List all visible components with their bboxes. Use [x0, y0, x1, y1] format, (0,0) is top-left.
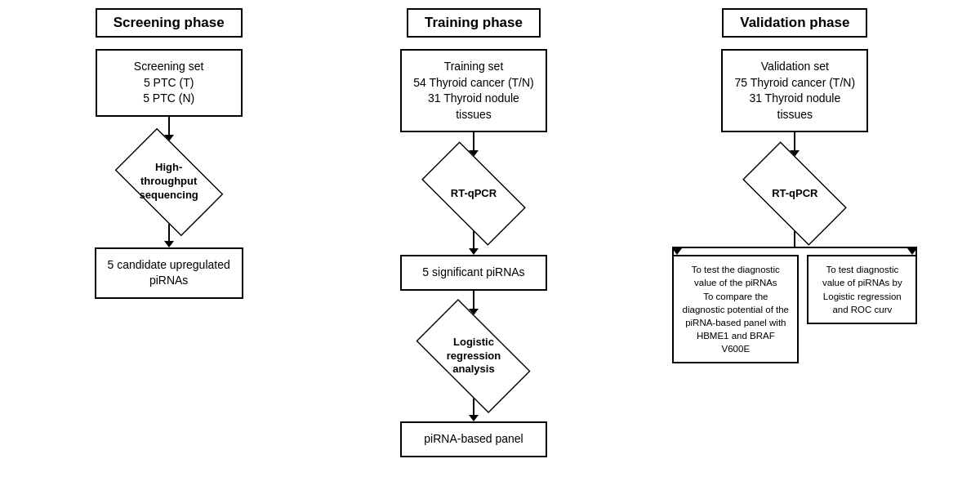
training-set-box: Training set54 Thyroid cancer (T/N)31 Th… — [400, 49, 547, 132]
validation-phase-header: Validation phase — [722, 8, 867, 38]
training-phase-column: Training phase Training set54 Thyroid ca… — [343, 8, 604, 457]
screening-set-box: Screening set5 PTC (T)5 PTC (N) — [96, 49, 243, 117]
significant-pirnas-box: 5 significant piRNAs — [400, 255, 547, 291]
arrow-heads-row — [672, 248, 917, 255]
high-throughput-label: High-throughputsequencing — [140, 161, 198, 203]
logistic-regression-diamond: Logisticregressionanalysis — [402, 315, 545, 397]
candidate-pirnas-box: 5 candidate upregulatedpiRNAs — [95, 247, 243, 299]
validation-phase-column: Validation phase Validation set75 Thyroi… — [648, 8, 942, 363]
validation-output-boxes: To test the diagnostic value of the piRN… — [672, 255, 917, 363]
pirna-panel-box: piRNA-based panel — [400, 421, 547, 457]
rtqpcr-diamond-validation: RT-qPCR — [729, 157, 860, 230]
screening-phase-column: Screening phase Screening set5 PTC (T)5 … — [38, 8, 300, 299]
logistic-regression-label: Logisticregressionanalysis — [447, 336, 501, 377]
rtqpcr-label-training: RT-qPCR — [451, 187, 497, 201]
screening-phase-header: Screening phase — [96, 8, 243, 38]
rtqpcr-label-validation: RT-qPCR — [772, 187, 817, 201]
validation-box-right: To test diagnostic value of piRNAs by Lo… — [807, 255, 917, 323]
training-phase-header: Training phase — [407, 8, 541, 38]
validation-box-left: To test the diagnostic value of the piRN… — [672, 255, 799, 363]
v-drop-right — [915, 247, 917, 271]
high-throughput-diamond: High-throughputsequencing — [104, 141, 234, 223]
h-bar — [672, 247, 917, 248]
split-connector — [648, 230, 942, 255]
rtqpcr-diamond-training: RT-qPCR — [408, 157, 539, 230]
v-drop-left — [672, 247, 674, 271]
validation-set-box: Validation set75 Thyroid cancer (T/N)31 … — [721, 49, 868, 132]
